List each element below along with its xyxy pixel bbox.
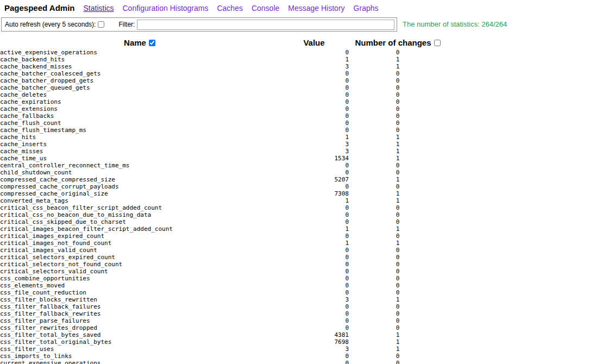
table-row: css_filter_uses31 <box>0 346 447 353</box>
stat-value: 0 <box>279 261 349 268</box>
stat-changes: 1 <box>349 148 447 155</box>
stat-name: critical_css_no_beacon_due_to_missing_da… <box>0 211 279 218</box>
table-row: cache_backend_misses31 <box>0 63 447 70</box>
table-row: css_filter_fallback_failures00 <box>0 303 447 310</box>
stat-name: current_expensive_operations <box>0 360 279 364</box>
stat-name: critical_images_valid_count <box>0 247 279 254</box>
table-row: critical_css_no_beacon_due_to_missing_da… <box>0 211 447 218</box>
stat-value: 1 <box>279 197 349 204</box>
stat-changes: 0 <box>349 77 447 84</box>
table-row: cache_extensions00 <box>0 105 447 112</box>
toolbar: Auto refresh (every 5 seconds): Filter: <box>1 17 397 32</box>
stat-changes: 0 <box>349 127 447 134</box>
table-row: critical_css_beacon_filter_script_added_… <box>0 204 447 211</box>
top-nav: Pagespeed AdminStatisticsConfiguration H… <box>0 0 602 16</box>
stat-changes: 0 <box>349 91 447 98</box>
stat-value: 0 <box>279 211 349 218</box>
stat-name: cache_inserts <box>0 141 279 148</box>
stat-name: css_filter_rewrites_dropped <box>0 324 279 331</box>
stat-changes: 1 <box>349 190 447 197</box>
table-row: converted_meta_tags11 <box>0 197 447 204</box>
stat-name: compressed_cache_corrupt_payloads <box>0 183 279 190</box>
stat-name: css_combine_opportunities <box>0 275 279 282</box>
stat-name: cache_hits <box>0 134 279 141</box>
nav-caches[interactable]: Caches <box>217 4 242 12</box>
nav-console[interactable]: Console <box>252 4 279 12</box>
stat-value: 5207 <box>279 176 349 183</box>
table-row: cache_backend_hits11 <box>0 56 447 63</box>
stat-value: 0 <box>279 91 349 98</box>
stat-changes: 0 <box>349 49 447 56</box>
stat-value: 0 <box>279 353 349 360</box>
stat-value: 0 <box>279 247 349 254</box>
table-row: cache_fallbacks00 <box>0 112 447 120</box>
stat-name: child_shutdown_count <box>0 169 279 176</box>
stat-value: 0 <box>279 98 349 105</box>
stat-name: central_controller_reconnect_time_ms <box>0 162 279 169</box>
stat-changes: 0 <box>349 303 447 310</box>
column-header-name: Name <box>124 38 146 47</box>
table-row: compressed_cache_original_size73081 <box>0 190 447 197</box>
stat-changes: 0 <box>349 353 447 360</box>
stat-value: 7308 <box>279 190 349 197</box>
stat-value: 0 <box>279 169 349 176</box>
stat-name: css_filter_uses <box>0 346 279 353</box>
stat-value: 0 <box>279 204 349 211</box>
stat-name: css_filter_parse_failures <box>0 317 279 324</box>
auto-refresh-checkbox[interactable] <box>98 21 104 28</box>
stat-name: cache_batcher_coalesced_gets <box>0 70 279 77</box>
stat-name: critical_selectors_expired_count <box>0 254 279 261</box>
nav-configuration-histograms[interactable]: Configuration Histograms <box>123 4 209 12</box>
stat-changes: 1 <box>349 331 447 338</box>
nav-graphs[interactable]: Graphs <box>354 4 379 12</box>
column-header-number-of-changes: Number of changes <box>355 38 431 47</box>
stat-changes: 0 <box>349 317 447 324</box>
stat-name: cache_misses <box>0 148 279 155</box>
stat-value: 1 <box>279 134 349 141</box>
name-column-checkbox[interactable] <box>149 40 155 46</box>
table-row: cache_flush_count00 <box>0 120 447 127</box>
stat-value: 0 <box>279 120 349 127</box>
stat-changes: 0 <box>349 98 447 105</box>
stat-changes: 0 <box>349 162 447 169</box>
stat-name: cache_batcher_queued_gets <box>0 84 279 91</box>
stat-value: 3 <box>279 296 349 303</box>
stat-changes: 1 <box>349 338 447 346</box>
stat-name: cache_backend_misses <box>0 63 279 70</box>
stat-value: 0 <box>279 268 349 275</box>
table-row: critical_images_expired_count00 <box>0 233 447 240</box>
changes-column-checkbox[interactable] <box>434 40 441 46</box>
filter-input[interactable] <box>137 20 394 30</box>
stat-value: 0 <box>279 112 349 120</box>
nav-message-history[interactable]: Message History <box>288 4 344 12</box>
table-row: critical_images_valid_count00 <box>0 247 447 254</box>
table-row: critical_images_beacon_filter_script_add… <box>0 225 447 233</box>
table-row: cache_hits11 <box>0 134 447 141</box>
stat-name: cache_time_us <box>0 155 279 162</box>
table-row: cache_batcher_queued_gets00 <box>0 84 447 91</box>
stat-changes: 1 <box>349 56 447 63</box>
stat-name: cache_batcher_dropped_gets <box>0 77 279 84</box>
stat-value: 3 <box>279 141 349 148</box>
stat-name: critical_images_beacon_filter_script_add… <box>0 225 279 233</box>
stat-value: 3 <box>279 63 349 70</box>
stat-changes: 1 <box>349 240 447 247</box>
table-row: central_controller_reconnect_time_ms00 <box>0 162 447 169</box>
stat-value: 0 <box>279 275 349 282</box>
stat-name: css_filter_fallback_failures <box>0 303 279 310</box>
stat-name: cache_fallbacks <box>0 112 279 120</box>
nav-statistics[interactable]: Statistics <box>83 4 114 12</box>
table-row: active_expensive_operations00 <box>0 49 447 56</box>
stat-value: 0 <box>279 105 349 112</box>
table-row: critical_selectors_valid_count00 <box>0 268 447 275</box>
stat-changes: 1 <box>349 225 447 233</box>
stat-changes: 1 <box>349 176 447 183</box>
table-row: css_elements_moved00 <box>0 282 447 289</box>
stat-name: critical_css_skipped_due_to_charset <box>0 218 279 225</box>
table-row: css_filter_parse_failures00 <box>0 317 447 324</box>
stat-changes: 0 <box>349 233 447 240</box>
stat-changes: 0 <box>349 204 447 211</box>
stat-changes: 1 <box>349 296 447 303</box>
stat-value: 0 <box>279 317 349 324</box>
table-row: child_shutdown_count00 <box>0 169 447 176</box>
